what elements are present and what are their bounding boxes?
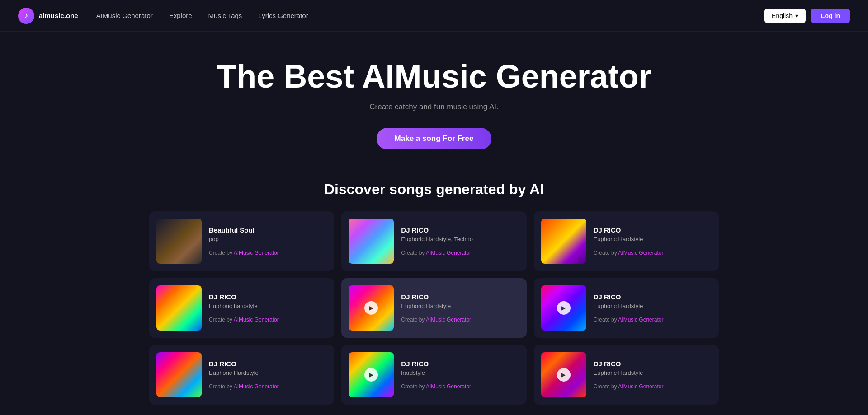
nav-link-explore[interactable]: Explore xyxy=(169,12,192,19)
song-creator: Create by AIMusic Generator xyxy=(594,317,712,323)
language-label: English xyxy=(772,12,793,19)
song-thumbnail xyxy=(156,352,202,397)
song-creator: Create by AIMusic Generator xyxy=(594,383,712,390)
creator-link[interactable]: AIMusic Generator xyxy=(234,250,279,256)
song-creator: Create by AIMusic Generator xyxy=(401,250,519,256)
song-creator: Create by AIMusic Generator xyxy=(209,383,327,390)
chevron-down-icon: ▾ xyxy=(795,12,798,19)
language-button[interactable]: English ▾ xyxy=(764,9,806,23)
nav-link-lyrics[interactable]: Lyrics Generator xyxy=(258,12,308,19)
song-genre: Euphoric Hardstyle xyxy=(401,303,519,309)
song-card[interactable]: DJ RICO Euphoric Hardstyle, Techno Creat… xyxy=(341,211,526,271)
song-card[interactable]: DJ RICO Euphoric Hardstyle Create by AIM… xyxy=(149,345,334,405)
song-creator: Create by AIMusic Generator xyxy=(209,250,327,256)
song-info: DJ RICO Euphoric Hardstyle Create by AIM… xyxy=(594,226,712,256)
song-genre: pop xyxy=(209,236,327,242)
song-name: DJ RICO xyxy=(209,360,327,368)
song-thumbnail: ▶ xyxy=(349,352,394,397)
discover-section: Discover songs generated by AI Beautiful… xyxy=(0,172,868,415)
logo[interactable]: ♪ aimusic.one xyxy=(18,8,78,24)
hero-subtitle: Create catchy and fun music using AI. xyxy=(9,103,859,112)
song-name: DJ RICO xyxy=(594,226,712,234)
song-name: DJ RICO xyxy=(401,293,519,301)
song-thumbnail xyxy=(156,285,202,331)
song-creator: Create by AIMusic Generator xyxy=(401,317,519,323)
creator-link[interactable]: AIMusic Generator xyxy=(234,383,279,390)
logo-icon: ♪ xyxy=(18,8,34,24)
creator-link[interactable]: AIMusic Generator xyxy=(426,250,471,256)
song-genre: hardstyle xyxy=(401,369,519,376)
song-info: DJ RICO Euphoric Hardstyle Create by AIM… xyxy=(401,293,519,323)
nav-link-music-tags[interactable]: Music Tags xyxy=(208,12,242,19)
song-name: DJ RICO xyxy=(401,226,519,234)
song-creator: Create by AIMusic Generator xyxy=(401,383,519,390)
make-song-button[interactable]: Make a song For Free xyxy=(377,128,492,149)
song-thumbnail xyxy=(349,219,394,264)
song-thumbnail: ▶ xyxy=(349,285,394,331)
song-card[interactable]: ▶ DJ RICO Euphoric Hardstyle Create by A… xyxy=(341,278,526,338)
song-genre: Euphoric Hardstyle xyxy=(594,369,712,376)
navbar: ♪ aimusic.one AIMusic Generator Explore … xyxy=(0,0,868,32)
song-info: DJ RICO Euphoric Hardstyle Create by AIM… xyxy=(209,360,327,390)
songs-grid: Beautiful Soul pop Create by AIMusic Gen… xyxy=(149,211,719,405)
song-genre: Euphoric Hardstyle, Techno xyxy=(401,236,519,242)
creator-link[interactable]: AIMusic Generator xyxy=(618,383,663,390)
creator-link[interactable]: AIMusic Generator xyxy=(426,383,471,390)
song-name: DJ RICO xyxy=(594,293,712,301)
song-thumbnail xyxy=(541,219,586,264)
song-creator: Create by AIMusic Generator xyxy=(209,317,327,323)
play-button[interactable]: ▶ xyxy=(364,368,378,382)
song-genre: Euphoric Hardstyle xyxy=(209,369,327,376)
song-card[interactable]: ▶ DJ RICO Euphoric Hardstyle Create by A… xyxy=(534,345,719,405)
song-card[interactable]: ▶ DJ RICO hardstyle Create by AIMusic Ge… xyxy=(341,345,526,405)
song-creator: Create by AIMusic Generator xyxy=(594,250,712,256)
discover-title: Discover songs generated by AI xyxy=(18,181,850,198)
song-name: DJ RICO xyxy=(594,360,712,368)
nav-actions: English ▾ Log in xyxy=(764,9,850,23)
song-info: DJ RICO Euphoric Hardstyle, Techno Creat… xyxy=(401,226,519,256)
song-info: DJ RICO Euphoric hardstyle Create by AIM… xyxy=(209,293,327,323)
creator-link[interactable]: AIMusic Generator xyxy=(618,317,663,323)
hero-section: The Best AIMusic Generator Create catchy… xyxy=(0,32,868,172)
login-button[interactable]: Log in xyxy=(811,9,850,23)
song-info: DJ RICO Euphoric Hardstyle Create by AIM… xyxy=(594,293,712,323)
song-thumbnail: ▶ xyxy=(541,285,586,331)
song-genre: Euphoric Hardstyle xyxy=(594,236,712,242)
song-card[interactable]: DJ RICO Euphoric hardstyle Create by AIM… xyxy=(149,278,334,338)
play-button[interactable]: ▶ xyxy=(557,368,571,382)
song-info: DJ RICO Euphoric Hardstyle Create by AIM… xyxy=(594,360,712,390)
play-button[interactable]: ▶ xyxy=(557,301,571,315)
song-name: DJ RICO xyxy=(401,360,519,368)
song-genre: Euphoric hardstyle xyxy=(209,303,327,309)
creator-link[interactable]: AIMusic Generator xyxy=(618,250,663,256)
song-name: Beautiful Soul xyxy=(209,226,327,234)
song-card[interactable]: DJ RICO Euphoric Hardstyle Create by AIM… xyxy=(534,211,719,271)
logo-text: aimusic.one xyxy=(39,12,78,19)
creator-link[interactable]: AIMusic Generator xyxy=(426,317,471,323)
song-thumbnail: ▶ xyxy=(541,352,586,397)
song-thumbnail xyxy=(156,219,202,264)
song-name: DJ RICO xyxy=(209,293,327,301)
song-card[interactable]: Beautiful Soul pop Create by AIMusic Gen… xyxy=(149,211,334,271)
song-card[interactable]: ▶ DJ RICO Euphoric Hardstyle Create by A… xyxy=(534,278,719,338)
play-button[interactable]: ▶ xyxy=(364,301,378,315)
song-info: DJ RICO hardstyle Create by AIMusic Gene… xyxy=(401,360,519,390)
hero-title: The Best AIMusic Generator xyxy=(9,59,859,94)
nav-links: AIMusic Generator Explore Music Tags Lyr… xyxy=(96,12,764,19)
nav-link-aimusic[interactable]: AIMusic Generator xyxy=(96,12,153,19)
creator-link[interactable]: AIMusic Generator xyxy=(234,317,279,323)
song-genre: Euphoric Hardstyle xyxy=(594,303,712,309)
song-info: Beautiful Soul pop Create by AIMusic Gen… xyxy=(209,226,327,256)
